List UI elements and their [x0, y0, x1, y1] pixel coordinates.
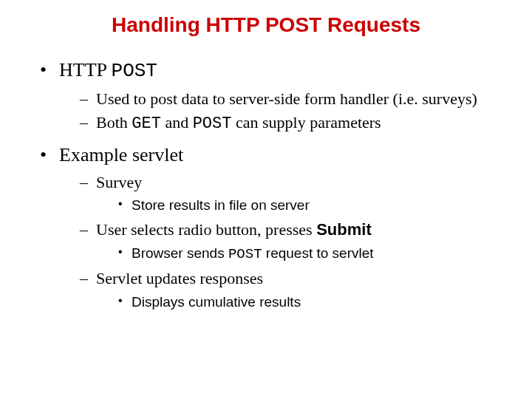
text: and	[161, 113, 193, 132]
text: Both	[96, 113, 132, 132]
sub-list: Survey Store results in file on server U…	[59, 172, 510, 312]
bullet-list: HTTP POST Used to post data to server-si…	[22, 58, 510, 311]
sub-sub-list: Browser sends POST request to servlet	[96, 244, 510, 265]
sub-bullet: Used to post data to server-side form ha…	[80, 89, 510, 110]
code-text: POST	[228, 246, 262, 262]
code-text: POST	[193, 115, 232, 133]
text: User selects radio button, presses	[96, 220, 316, 239]
sub-sub-bullet: Store results in file on server	[118, 196, 510, 215]
sub-bullet: Both GET and POST can supply parameters	[80, 112, 510, 135]
slide-title: Handling HTTP POST Requests	[22, 13, 510, 37]
sub-sub-list: Displays cumulative results	[96, 293, 510, 312]
sub-bullet-user-selects: User selects radio button, presses Submi…	[80, 219, 510, 264]
code-text: POST	[112, 60, 157, 82]
text: Browser sends	[132, 245, 228, 261]
text: HTTP	[59, 59, 112, 81]
sub-sub-list: Store results in file on server	[96, 196, 510, 215]
sub-bullet-survey: Survey Store results in file on server	[80, 172, 510, 215]
sub-sub-bullet: Displays cumulative results	[118, 293, 510, 312]
bullet-http-post: HTTP POST Used to post data to server-si…	[40, 58, 510, 135]
text: request to servlet	[262, 245, 374, 261]
bold-text: Submit	[316, 220, 372, 239]
text: can supply parameters	[231, 113, 381, 132]
text: Servlet updates responses	[96, 269, 263, 287]
slide: Handling HTTP POST Requests HTTP POST Us…	[0, 0, 532, 399]
text: Survey	[96, 173, 142, 191]
bullet-example-servlet: Example servlet Survey Store results in …	[40, 143, 510, 312]
sub-bullet-servlet-updates: Servlet updates responses Displays cumul…	[80, 268, 510, 311]
sub-list: Used to post data to server-side form ha…	[59, 89, 510, 135]
code-text: GET	[132, 115, 161, 133]
text: Example servlet	[59, 144, 183, 166]
sub-sub-bullet: Browser sends POST request to servlet	[118, 244, 510, 265]
